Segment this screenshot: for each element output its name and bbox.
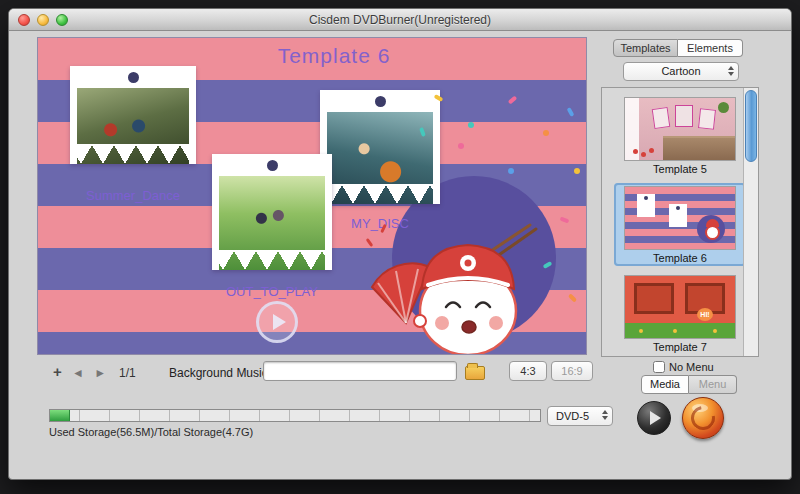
thumb-decoration: [676, 206, 680, 210]
confetti-decoration: [543, 130, 549, 136]
zigzag-edge-decoration: [212, 250, 332, 270]
confetti-decoration: [568, 293, 577, 302]
disc-type-value: DVD-5: [556, 410, 589, 422]
add-page-icon[interactable]: +: [53, 363, 62, 380]
menu-view-button[interactable]: Menu: [689, 375, 737, 394]
thumb-decoration: [673, 329, 677, 333]
aspect-ratio-16-9-button[interactable]: 16:9: [551, 361, 593, 381]
disc-type-dropdown[interactable]: DVD-5: [547, 406, 613, 426]
storage-usage-text: Used Storage(56.5M)/Total Storage(4.7G): [49, 426, 253, 438]
page-indicator: 1/1: [119, 366, 136, 380]
pin-dot-icon: [375, 96, 386, 107]
thumb-decoration: [644, 196, 648, 200]
confetti-decoration: [574, 168, 580, 174]
background-music-input[interactable]: [263, 361, 457, 381]
thumb-decoration: [652, 107, 671, 129]
thumb-decoration: [634, 283, 674, 314]
thumb-decoration: [675, 105, 693, 127]
thumb-decoration: [639, 329, 643, 333]
thumb-decoration: [705, 225, 720, 240]
thumb-decoration: [649, 148, 654, 153]
no-menu-label: No Menu: [669, 361, 714, 373]
confetti-decoration: [468, 122, 474, 128]
tab-elements[interactable]: Elements: [678, 39, 743, 57]
burn-disc-button[interactable]: [682, 397, 724, 439]
template-item-6-selected[interactable]: Template 6: [614, 183, 746, 266]
play-triangle-icon: [650, 411, 661, 425]
page-navigation: + ◄ ►: [53, 363, 113, 380]
dropdown-arrows-icon: [602, 410, 608, 420]
title-bar[interactable]: Cisdem DVDBurner(Unregistered): [9, 9, 791, 31]
template-5-thumbnail: [624, 97, 736, 161]
storage-progress-bar: [49, 409, 541, 422]
dvd-menu-preview: Template 6 Summer_Dance MY_DISC OUT_TO_P…: [37, 37, 587, 355]
dropdown-arrows-icon: [728, 66, 734, 76]
thumb-decoration: [698, 108, 716, 130]
tab-templates[interactable]: Templates: [613, 39, 678, 57]
previous-page-icon[interactable]: ◄: [72, 366, 84, 380]
no-menu-option: No Menu: [653, 361, 714, 373]
mascot-character-illustration: [358, 223, 568, 355]
no-menu-checkbox[interactable]: [653, 361, 665, 373]
template-7-label: Template 7: [614, 341, 746, 353]
preview-playback-button[interactable]: [637, 401, 671, 435]
video-title-3[interactable]: OUT_TO_PLAY: [212, 284, 332, 299]
window-title: Cisdem DVDBurner(Unregistered): [9, 13, 791, 27]
confetti-decoration: [508, 96, 517, 105]
confetti-decoration: [458, 143, 464, 149]
browse-folder-icon[interactable]: [465, 366, 485, 380]
app-window: Cisdem DVDBurner(Unregistered) Template …: [8, 8, 792, 480]
menu-play-button[interactable]: [256, 301, 298, 343]
confetti-decoration: [508, 168, 514, 174]
zigzag-edge-decoration: [320, 184, 440, 204]
video-thumbnail-frame-3[interactable]: [212, 154, 332, 270]
confetti-decoration: [567, 107, 575, 117]
menu-title-text[interactable]: Template 6: [38, 44, 586, 68]
thumb-decoration: [718, 102, 729, 113]
thumb-decoration: [713, 329, 717, 333]
thumb-decoration: [633, 149, 638, 154]
panel-tabs: Templates Elements: [613, 39, 743, 57]
hi-speech-bubble: HI!: [697, 308, 713, 321]
template-item-5[interactable]: Template 5: [614, 94, 746, 177]
category-dropdown[interactable]: Cartoon: [623, 62, 739, 81]
template-item-7[interactable]: HI! Template 7: [614, 272, 746, 355]
video-thumbnail-frame-1[interactable]: [70, 66, 196, 164]
template-7-thumbnail: HI!: [624, 275, 736, 339]
media-view-button[interactable]: Media: [641, 375, 689, 394]
video-title-1[interactable]: Summer_Dance: [70, 188, 196, 203]
template-list-scrollbar[interactable]: [743, 88, 758, 356]
next-page-icon[interactable]: ►: [94, 366, 106, 380]
background-music-label: Background Music:: [169, 366, 271, 380]
zigzag-edge-decoration: [70, 144, 196, 164]
template-5-label: Template 5: [614, 163, 746, 175]
play-triangle-icon: [273, 314, 286, 330]
template-list: Template 5 Template 6 HI!: [601, 87, 759, 357]
video-thumbnail-frame-2[interactable]: [320, 90, 440, 204]
thumb-decoration: [641, 152, 646, 157]
aspect-ratio-4-3-button[interactable]: 4:3: [509, 361, 547, 381]
storage-progress-fill: [50, 410, 70, 421]
scrollbar-thumb[interactable]: [745, 90, 757, 162]
pin-dot-icon: [267, 160, 278, 171]
category-dropdown-value: Cartoon: [661, 65, 700, 77]
template-6-thumbnail: [624, 186, 736, 250]
pin-dot-icon: [128, 72, 139, 83]
template-6-label: Template 6: [614, 252, 746, 264]
thumb-decoration: [663, 136, 735, 160]
